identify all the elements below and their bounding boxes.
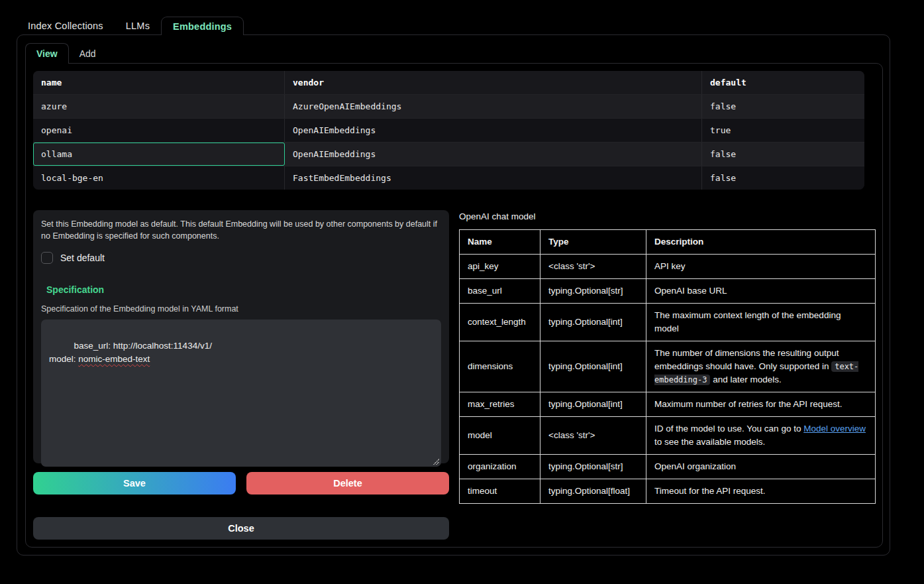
specification-heading: Specification bbox=[46, 284, 441, 295]
details-column-description: Description bbox=[646, 230, 876, 255]
param-description: OpenAI organization bbox=[646, 455, 876, 479]
param-type: <class 'str'> bbox=[540, 255, 646, 279]
sub-tab-bar: View Add bbox=[25, 43, 107, 64]
column-header-vendor: vendor bbox=[285, 71, 702, 94]
param-type: <class 'str'> bbox=[540, 417, 646, 455]
param-description: OpenAI base URL bbox=[646, 279, 876, 304]
cell-name[interactable]: azure bbox=[33, 95, 285, 118]
embedding-row-local-bge-en[interactable]: local-bge-enFastEmbedEmbeddingsfalse bbox=[33, 166, 864, 190]
code-chip: text-embedding-3 bbox=[654, 361, 858, 385]
details-row-max_retries: max_retriestyping.Optional[int]Maximum n… bbox=[460, 392, 876, 417]
details-row-base_url: base_urltyping.Optional[str]OpenAI base … bbox=[460, 279, 876, 304]
cell-vendor[interactable]: FastEmbedEmbeddings bbox=[285, 166, 702, 190]
details-title: OpenAI chat model bbox=[459, 211, 876, 221]
param-type: typing.Optional[int] bbox=[540, 304, 646, 341]
misspelled-text: nomic-embed-text bbox=[78, 354, 150, 364]
details-header-row: Name Type Description bbox=[460, 230, 876, 255]
param-description: The maximum context length of the embedd… bbox=[646, 304, 876, 341]
cell-default[interactable]: false bbox=[702, 95, 864, 118]
specification-caption: Specification of the Embedding model in … bbox=[41, 304, 441, 314]
embeddings-tab-panel: View Add name vendor default azureAzureO… bbox=[17, 34, 890, 555]
view-tab-panel: name vendor default azureAzureOpenAIEmbe… bbox=[25, 63, 883, 548]
details-column: OpenAI chat model Name Type Description … bbox=[459, 211, 876, 504]
param-description: ID of the model to use. You can go to Mo… bbox=[646, 417, 876, 455]
param-type: typing.Optional[int] bbox=[540, 341, 646, 392]
details-row-context_length: context_lengthtyping.Optional[int]The ma… bbox=[460, 304, 876, 341]
set-default-row: Set default bbox=[41, 251, 441, 264]
cell-default[interactable]: true bbox=[702, 119, 864, 142]
cell-vendor[interactable]: OpenAIEmbeddings bbox=[285, 119, 702, 142]
tab-index-collections[interactable]: Index Collections bbox=[17, 17, 115, 35]
delete-button[interactable]: Delete bbox=[246, 472, 449, 495]
embedding-row-openai[interactable]: openaiOpenAIEmbeddingstrue bbox=[33, 119, 864, 143]
param-description: Timeout for the API request. bbox=[646, 479, 876, 504]
main-tab-bar: Index Collections LLMs Embeddings bbox=[17, 17, 244, 35]
cell-vendor[interactable]: AzureOpenAIEmbeddings bbox=[285, 95, 702, 118]
model-overview-link[interactable]: Model overview bbox=[803, 424, 866, 434]
param-name: api_key bbox=[460, 255, 540, 279]
embeddings-table-body: azureAzureOpenAIEmbeddingsfalseopenaiOpe… bbox=[33, 95, 864, 190]
tab-llms[interactable]: LLMs bbox=[115, 17, 161, 35]
details-column-type: Type bbox=[540, 230, 646, 255]
yaml-editor[interactable]: base_url: http://localhost:11434/v1/ mod… bbox=[41, 320, 441, 467]
param-name: base_url bbox=[460, 279, 540, 304]
subtab-add[interactable]: Add bbox=[69, 43, 107, 64]
details-row-api_key: api_key<class 'str'>API key bbox=[460, 255, 876, 279]
cell-name[interactable]: local-bge-en bbox=[33, 166, 285, 190]
save-button[interactable]: Save bbox=[33, 472, 236, 495]
cell-vendor[interactable]: OpenAIEmbeddings bbox=[285, 143, 702, 166]
details-column-name: Name bbox=[460, 230, 540, 255]
embedding-row-azure[interactable]: azureAzureOpenAIEmbeddingsfalse bbox=[33, 95, 864, 119]
details-row-dimensions: dimensionstyping.Optional[int]The number… bbox=[460, 341, 876, 392]
param-type: typing.Optional[float] bbox=[540, 479, 646, 504]
param-description: API key bbox=[646, 255, 876, 279]
set-default-label: Set default bbox=[60, 253, 105, 263]
param-name: model bbox=[460, 417, 540, 455]
details-row-timeout: timeouttyping.Optional[float]Timeout for… bbox=[460, 479, 876, 504]
param-description: Maximum number of retries for the API re… bbox=[646, 392, 876, 417]
action-button-row: Save Delete bbox=[33, 472, 449, 495]
param-description: The number of dimensions the resulting o… bbox=[646, 341, 876, 392]
embeddings-table: name vendor default azureAzureOpenAIEmbe… bbox=[33, 71, 864, 190]
embeddings-table-header: name vendor default bbox=[33, 71, 864, 95]
param-name: timeout bbox=[460, 479, 540, 504]
column-header-default: default bbox=[702, 71, 864, 94]
embedding-row-ollama[interactable]: ollamaOpenAIEmbeddingsfalse bbox=[33, 143, 864, 166]
editor-column: Set this Embedding model as default. Thi… bbox=[33, 210, 449, 540]
param-type: typing.Optional[str] bbox=[540, 455, 646, 479]
cell-default[interactable]: false bbox=[702, 166, 864, 190]
close-button[interactable]: Close bbox=[33, 517, 449, 540]
details-row-organization: organizationtyping.Optional[str]OpenAI o… bbox=[460, 455, 876, 479]
cell-name[interactable]: openai bbox=[33, 119, 285, 142]
default-help-text: Set this Embedding model as default. Thi… bbox=[41, 218, 438, 242]
set-default-checkbox[interactable] bbox=[41, 252, 53, 264]
resize-handle[interactable] bbox=[433, 458, 439, 465]
cell-default[interactable]: false bbox=[702, 143, 864, 166]
details-table: Name Type Description api_key<class 'str… bbox=[459, 229, 876, 504]
param-type: typing.Optional[str] bbox=[540, 279, 646, 304]
config-panel: Set this Embedding model as default. Thi… bbox=[33, 210, 449, 463]
param-name: max_retries bbox=[460, 392, 540, 417]
column-header-name: name bbox=[33, 71, 285, 94]
cell-name[interactable]: ollama bbox=[33, 143, 285, 166]
param-name: context_length bbox=[460, 304, 540, 341]
param-name: dimensions bbox=[460, 341, 540, 392]
param-name: organization bbox=[460, 455, 540, 479]
tab-embeddings[interactable]: Embeddings bbox=[161, 17, 244, 35]
param-type: typing.Optional[int] bbox=[540, 392, 646, 417]
subtab-view[interactable]: View bbox=[25, 43, 69, 64]
details-row-model: model<class 'str'>ID of the model to use… bbox=[460, 417, 876, 455]
